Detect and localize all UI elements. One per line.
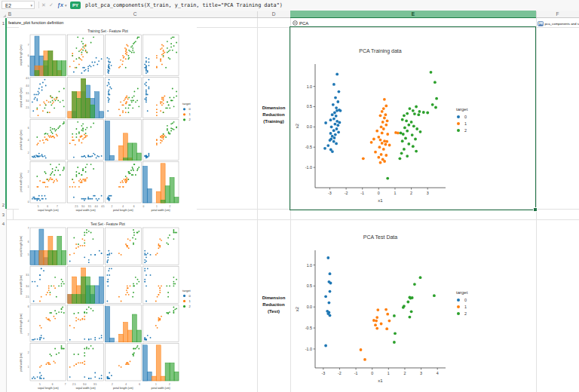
header-separator [257, 11, 258, 17]
dimension-reduction-training-label[interactable]: Dimension Reduction (Training) [258, 105, 290, 125]
svg-text:2: 2 [28, 152, 29, 155]
svg-text:target: target [456, 290, 468, 295]
row-header-1[interactable]: 1 [2, 21, 5, 26]
pca-training-chart[interactable]: PCA Training data-3-2-10123-1.0-0.50.00.… [291, 28, 535, 207]
svg-text:6: 6 [28, 54, 29, 57]
svg-text:6: 6 [133, 205, 135, 208]
svg-text:2: 2 [28, 333, 29, 336]
fill-handle[interactable] [533, 207, 538, 212]
svg-text:1: 1 [464, 121, 467, 126]
svg-text:6: 6 [28, 240, 29, 243]
svg-text:5: 5 [28, 65, 29, 68]
svg-text:-1.0: -1.0 [305, 347, 312, 351]
svg-text:-3: -3 [321, 371, 325, 375]
svg-text:x2: x2 [295, 123, 299, 128]
column-header-f[interactable]: F [536, 11, 579, 18]
svg-text:2: 2 [112, 383, 113, 386]
python-badge: PY [70, 2, 81, 9]
svg-text:7: 7 [28, 227, 29, 230]
spreadsheet-app: E2 ▾ ✕ ✓ ƒx ▾ PY plot_pca_components(X_t… [0, 0, 579, 392]
svg-text:4: 4 [122, 205, 124, 208]
svg-text:petal width (cm): petal width (cm) [151, 387, 170, 390]
enter-icon[interactable]: ✓ [48, 0, 54, 11]
svg-text:1: 1 [189, 112, 191, 116]
svg-text:3.0: 3.0 [26, 100, 29, 103]
training-pairplot-chart[interactable]: Training Set - Feature Plotsepal length … [19, 27, 197, 213]
svg-text:-0.5: -0.5 [305, 326, 312, 330]
svg-text:4: 4 [28, 320, 29, 323]
test-pairplot-chart[interactable]: Test Set - Feature Plotsepal length (cm)… [19, 220, 197, 390]
svg-text:sepal width (cm): sepal width (cm) [20, 87, 23, 107]
svg-text:2: 2 [464, 311, 467, 316]
svg-text:4.5: 4.5 [101, 205, 105, 208]
cell-e1[interactable]: PCA [293, 20, 308, 26]
column-header-row: B C D E F [0, 11, 579, 18]
svg-text:0: 0 [464, 115, 467, 119]
gridline [13, 209, 14, 219]
insert-function-icon[interactable]: ƒx [57, 0, 64, 11]
svg-text:3.5: 3.5 [26, 274, 29, 277]
cell-reference: E2 [5, 3, 11, 8]
svg-text:1.0: 1.0 [307, 263, 312, 268]
svg-text:3.0: 3.0 [26, 285, 29, 288]
svg-text:-0.5: -0.5 [305, 145, 312, 149]
svg-text:Test Set - Feature Plot: Test Set - Feature Plot [90, 222, 125, 226]
svg-text:2.5: 2.5 [26, 106, 29, 109]
svg-text:0: 0 [378, 191, 380, 195]
svg-text:2: 2 [403, 371, 406, 375]
image-icon [538, 21, 544, 26]
svg-text:target: target [182, 289, 191, 292]
chevron-down-icon[interactable]: ▾ [30, 2, 32, 10]
svg-text:3.0: 3.0 [83, 383, 87, 386]
svg-text:x1: x1 [378, 198, 383, 203]
cancel-icon[interactable]: ✕ [41, 0, 47, 11]
svg-text:2: 2 [28, 351, 29, 354]
svg-text:4: 4 [28, 139, 29, 142]
svg-text:0: 0 [143, 205, 145, 208]
dimension-reduction-test-label[interactable]: Dimension Reduction (Test) [258, 295, 290, 315]
svg-text:4: 4 [125, 383, 127, 386]
svg-text:6: 6 [28, 127, 29, 130]
svg-text:petal width (cm): petal width (cm) [20, 353, 23, 372]
svg-text:3.5: 3.5 [93, 383, 97, 386]
svg-text:5: 5 [38, 205, 39, 208]
svg-text:-2: -2 [345, 191, 348, 195]
svg-text:1: 1 [28, 366, 29, 369]
pca-test-chart[interactable]: PCA Test Data-3-2-101234-1.0-0.50.00.51.… [291, 220, 535, 387]
svg-text:sepal width (cm): sepal width (cm) [20, 275, 23, 295]
chevron-down-icon[interactable]: ▾ [65, 0, 69, 11]
svg-text:4: 4 [437, 371, 439, 375]
column-header-d[interactable]: D [257, 11, 290, 18]
column-header-e[interactable]: E [290, 11, 536, 18]
svg-text:sepal length (cm): sepal length (cm) [38, 387, 59, 390]
row-header-4[interactable]: 4 [2, 222, 5, 226]
svg-text:1: 1 [155, 383, 157, 386]
svg-text:6: 6 [139, 383, 140, 386]
svg-text:petal length (cm): petal length (cm) [113, 387, 133, 390]
svg-text:petal length (cm): petal length (cm) [20, 130, 23, 150]
svg-text:1: 1 [394, 191, 396, 195]
svg-text:7: 7 [57, 205, 58, 208]
cell-f1[interactable]: pca_components and scale_data function d… [538, 21, 579, 26]
svg-text:petal length (cm): petal length (cm) [20, 314, 23, 334]
cell-name-box[interactable]: E2 ▾ [2, 1, 35, 9]
svg-text:3.5: 3.5 [88, 205, 92, 208]
svg-text:3: 3 [427, 191, 429, 195]
svg-text:1: 1 [156, 205, 158, 208]
selected-row-indicator [5, 18, 7, 209]
gridline [536, 18, 537, 392]
svg-text:1: 1 [28, 185, 29, 188]
svg-text:2.5: 2.5 [75, 205, 78, 208]
formula-input[interactable]: plot_pca_components(X_train, y_train, ti… [85, 0, 283, 11]
svg-text:0: 0 [189, 107, 191, 111]
divider [38, 2, 39, 8]
svg-text:0: 0 [189, 294, 191, 298]
cell-b1-text[interactable]: feature_plot function definition [8, 20, 63, 25]
column-header-c[interactable]: C [13, 11, 257, 18]
row-header-3[interactable]: 3 [2, 213, 5, 217]
select-all-corner[interactable] [0, 11, 7, 18]
svg-text:2: 2 [410, 191, 412, 195]
row-header-2[interactable]: 2 [2, 203, 5, 207]
svg-text:3.0: 3.0 [81, 205, 85, 208]
column-header-b[interactable]: B [7, 11, 13, 18]
